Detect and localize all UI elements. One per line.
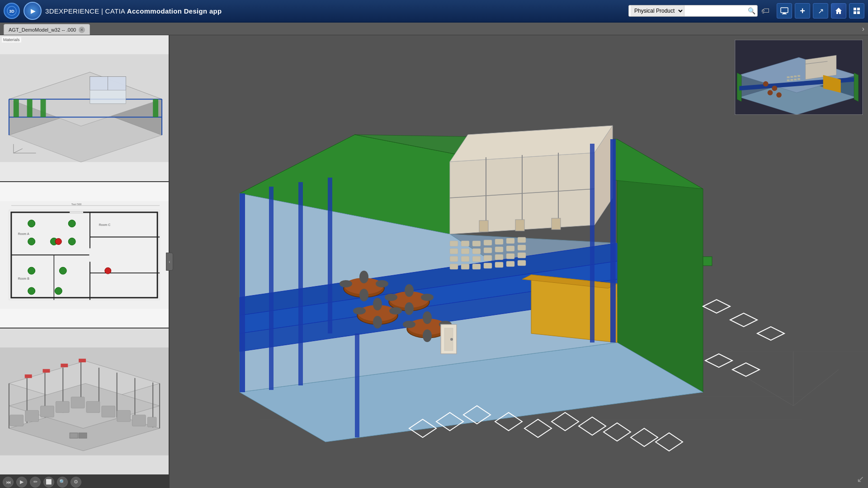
- svg-text:Tool 500: Tool 500: [71, 203, 82, 206]
- svg-point-136: [373, 298, 382, 310]
- svg-text:Room A: Room A: [18, 232, 29, 235]
- svg-rect-81: [102, 406, 115, 418]
- svg-rect-18: [14, 99, 19, 117]
- cursor-indicator: ↙: [857, 474, 864, 484]
- svg-point-130: [405, 284, 414, 297]
- grid-icon-btn[interactable]: [849, 3, 864, 19]
- svg-rect-5: [854, 8, 856, 10]
- svg-rect-164: [518, 253, 526, 258]
- svg-rect-85: [70, 433, 78, 438]
- edit-button[interactable]: ✏: [30, 477, 41, 488]
- svg-rect-83: [132, 415, 146, 427]
- share-icon-btn[interactable]: ↗: [813, 3, 828, 19]
- left-panel-collapse[interactable]: ‹: [166, 253, 173, 271]
- svg-point-174: [450, 338, 453, 341]
- play-button[interactable]: [24, 2, 42, 20]
- search-dropdown[interactable]: Physical Product: [631, 5, 684, 16]
- svg-point-46: [68, 238, 75, 245]
- svg-rect-115: [298, 182, 303, 385]
- svg-rect-210: [794, 75, 797, 77]
- header: 3D 3DEXPERIENCE | CATIA Accommodation De…: [0, 0, 868, 23]
- add-icon-btn[interactable]: +: [795, 3, 810, 19]
- thumbnail-floor-plan[interactable]: Room A Room B Room C: [0, 182, 169, 329]
- svg-rect-19: [27, 99, 33, 117]
- svg-rect-82: [117, 411, 131, 422]
- svg-rect-111: [515, 220, 524, 231]
- svg-rect-74: [79, 359, 86, 362]
- search-button[interactable]: 🔍: [748, 7, 755, 14]
- svg-point-207: [776, 92, 782, 98]
- svg-rect-161: [484, 255, 492, 261]
- svg-rect-166: [461, 264, 469, 269]
- svg-rect-156: [506, 246, 514, 251]
- svg-point-125: [359, 289, 368, 301]
- monitor-icon-btn[interactable]: [777, 3, 792, 19]
- svg-point-47: [28, 267, 35, 274]
- zoom-button[interactable]: 🔍: [57, 477, 68, 488]
- svg-rect-20: [41, 99, 46, 117]
- tab-demo-model[interactable]: AGT_DemoModel_w32 -- .000 ✕: [4, 24, 90, 35]
- svg-rect-169: [495, 262, 503, 267]
- svg-rect-7: [854, 11, 856, 14]
- collapse-arrow[interactable]: ›: [862, 25, 864, 33]
- svg-rect-154: [484, 248, 492, 253]
- svg-point-204: [763, 81, 769, 87]
- tag-button[interactable]: 🏷: [761, 6, 769, 16]
- tab-bar: AGT_DemoModel_w32 -- .000 ✕ ›: [0, 23, 868, 35]
- search-input[interactable]: [684, 8, 748, 14]
- svg-rect-110: [479, 221, 488, 232]
- svg-marker-201: [806, 55, 836, 80]
- svg-rect-209: [790, 76, 793, 78]
- svg-rect-167: [472, 264, 481, 269]
- more-button[interactable]: ⚙: [71, 477, 81, 488]
- svg-rect-116: [328, 178, 332, 333]
- svg-rect-190: [703, 257, 712, 266]
- svg-rect-78: [56, 402, 69, 413]
- svg-rect-72: [42, 369, 50, 373]
- capture-button[interactable]: ⬜: [43, 477, 54, 488]
- svg-point-124: [359, 271, 368, 283]
- svg-rect-163: [506, 253, 514, 259]
- svg-rect-168: [484, 263, 492, 268]
- svg-rect-79: [71, 397, 85, 408]
- play-bottom-button[interactable]: ▶: [16, 477, 27, 488]
- rewind-button[interactable]: ⏮: [3, 477, 14, 488]
- tab-close-btn[interactable]: ✕: [79, 27, 85, 33]
- svg-point-50: [55, 287, 62, 295]
- app-title: 3DEXPERIENCE | CATIA Accommodation Desig…: [45, 7, 222, 15]
- svg-rect-146: [472, 241, 481, 246]
- svg-rect-153: [472, 249, 481, 254]
- svg-point-131: [405, 302, 414, 315]
- svg-rect-170: [506, 261, 514, 267]
- home-icon-btn[interactable]: [831, 3, 846, 19]
- svg-point-43: [68, 220, 75, 227]
- svg-point-123: [376, 280, 388, 287]
- svg-point-44: [28, 238, 35, 245]
- svg-rect-73: [61, 364, 68, 367]
- svg-rect-150: [518, 237, 526, 243]
- svg-point-52: [105, 267, 111, 274]
- svg-rect-149: [506, 238, 514, 244]
- svg-rect-23: [90, 77, 108, 90]
- svg-rect-80: [86, 402, 100, 413]
- svg-rect-113: [240, 193, 245, 392]
- svg-rect-162: [495, 254, 503, 260]
- svg-point-143: [423, 329, 432, 342]
- 3d-viewport[interactable]: ↙: [170, 35, 868, 488]
- svg-point-42: [28, 220, 35, 227]
- svg-point-134: [353, 307, 366, 314]
- svg-rect-147: [484, 240, 492, 245]
- svg-rect-165: [450, 264, 458, 269]
- svg-rect-145: [461, 241, 469, 246]
- thumbnail-3d-building[interactable]: Materials: [0, 35, 169, 182]
- thumbnail-structural-grid[interactable]: [0, 328, 169, 475]
- svg-rect-6: [857, 8, 860, 10]
- svg-rect-76: [25, 411, 39, 422]
- svg-rect-84: [147, 417, 156, 427]
- svg-rect-215: [797, 78, 800, 80]
- svg-text:Room B: Room B: [18, 277, 29, 280]
- svg-rect-155: [495, 247, 503, 252]
- svg-point-129: [421, 294, 434, 301]
- svg-rect-212: [787, 80, 790, 81]
- svg-rect-3: [783, 13, 786, 14]
